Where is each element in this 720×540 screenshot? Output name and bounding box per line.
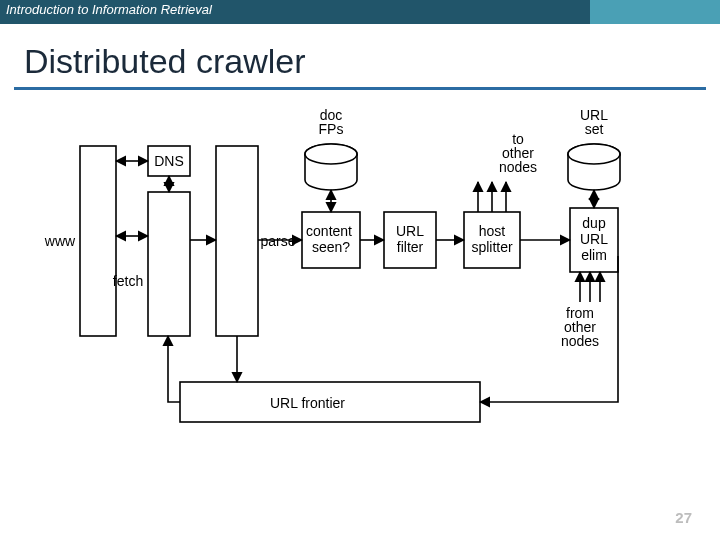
content-seen-label: content seen? (306, 223, 356, 255)
page-title: Distributed crawler (24, 42, 720, 81)
dup-url-elim-label: dupURLelim (580, 215, 608, 263)
doc-fps-cylinder (305, 144, 357, 190)
svg-point-3 (568, 144, 620, 164)
url-set-cylinder (568, 144, 620, 190)
header-accent (590, 0, 720, 24)
url-filter-label: URLfilter (396, 223, 424, 255)
title-rule (14, 87, 706, 90)
course-label: Introduction to Information Retrieval (6, 2, 212, 17)
www-box (80, 146, 116, 336)
url-frontier-label: URL frontier (270, 395, 345, 411)
svg-point-1 (305, 144, 357, 164)
arrow-frontier-fetch (168, 336, 180, 402)
fetch-label: fetch (113, 273, 143, 289)
page-number: 27 (675, 509, 692, 526)
parse-label: parse (260, 233, 295, 249)
dns-label: DNS (154, 153, 184, 169)
from-other-nodes-label: fromothernodes (561, 305, 599, 349)
fetch-box (148, 192, 190, 336)
to-other-nodes-label: toothernodes (499, 131, 537, 175)
arrow-dup-frontier (480, 256, 618, 402)
parse-box (216, 146, 258, 336)
doc-fps-label: docFPs (319, 107, 344, 137)
www-label: www (44, 233, 76, 249)
header-bar: Introduction to Information Retrieval (0, 0, 720, 24)
crawler-diagram: www DNS fetch parse content seen? docFPs… (40, 106, 680, 466)
url-set-label: URLset (580, 107, 608, 137)
